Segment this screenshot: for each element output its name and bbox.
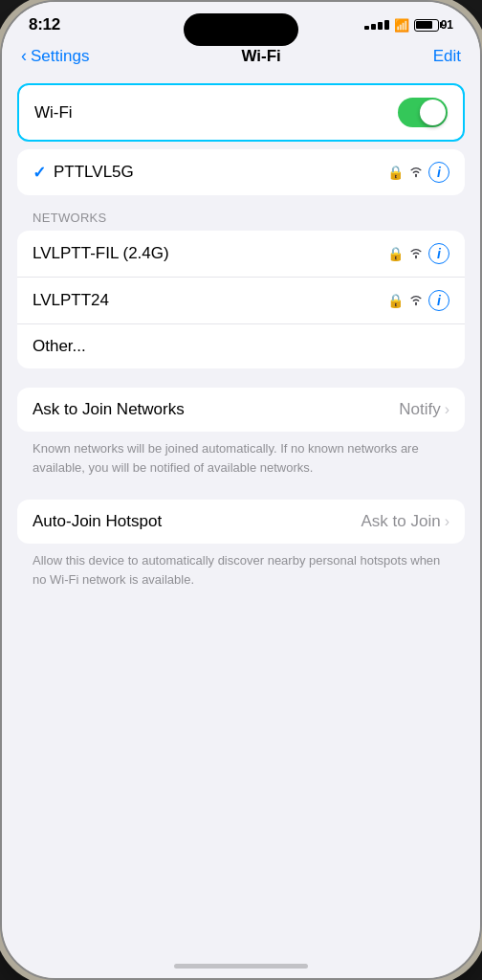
page-title: Wi-Fi: [241, 47, 280, 66]
ask-to-join-value: Notify: [399, 400, 440, 419]
wifi-toggle[interactable]: [398, 98, 448, 127]
chevron-right-icon: ›: [445, 513, 449, 530]
status-time: 8:12: [29, 15, 60, 34]
lock-icon: 🔒: [387, 165, 404, 180]
lock-icon: 🔒: [387, 293, 404, 308]
auto-join-description: Allow this device to automatically disco…: [17, 544, 465, 592]
networks-list: LVLPTT-FIL (2.4G) 🔒 i: [17, 231, 465, 368]
ask-to-join-label: Ask to Join Networks: [33, 400, 185, 419]
back-button[interactable]: ‹ Settings: [21, 46, 89, 66]
other-networks-label: Other...: [33, 337, 86, 356]
connected-left: ✓ PTTLVL5G: [33, 163, 134, 183]
wifi-label: Wi-Fi: [34, 103, 73, 122]
auto-join-row[interactable]: Auto-Join Hotspot Ask to Join ›: [17, 500, 465, 544]
connected-network-name: PTTLVL5G: [54, 163, 134, 182]
dynamic-island: [184, 13, 298, 46]
network-name: LVLPTT24: [33, 291, 109, 310]
network-info-button[interactable]: i: [428, 162, 449, 183]
status-icons: 📶 91: [364, 18, 453, 33]
phone-screen: 8:12 📶 91 ‹ S: [2, 2, 480, 978]
content-area: Wi-Fi ✓ PTTLVL5G 🔒: [2, 76, 480, 600]
auto-join-section: Auto-Join Hotspot Ask to Join ›: [17, 500, 465, 544]
auto-join-value-container: Ask to Join ›: [362, 512, 449, 531]
connected-icons: 🔒 i: [387, 162, 449, 183]
lock-icon: 🔒: [387, 246, 404, 261]
wifi-signal-icon: [408, 246, 424, 262]
home-indicator: [174, 964, 308, 969]
edit-button[interactable]: Edit: [433, 47, 461, 66]
wifi-signal-icon: [408, 293, 424, 309]
connected-network-section: ✓ PTTLVL5G 🔒 i: [17, 149, 465, 195]
wifi-status-icon: 📶: [394, 18, 409, 33]
battery-percentage: 91: [441, 18, 453, 32]
auto-join-label: Auto-Join Hotspot: [33, 512, 162, 531]
ask-to-join-section: Ask to Join Networks Notify ›: [17, 388, 465, 432]
auto-join-value: Ask to Join: [362, 512, 441, 531]
checkmark-icon: ✓: [33, 163, 46, 183]
networks-section-label: NETWORKS: [17, 195, 465, 231]
other-networks-row[interactable]: Other...: [17, 324, 465, 368]
chevron-right-icon: ›: [445, 401, 449, 418]
battery-fill: [416, 21, 432, 29]
network-icons: 🔒 i: [387, 290, 449, 311]
ask-to-join-description: Known networks will be joined automatica…: [17, 432, 465, 480]
battery-icon: [414, 19, 439, 32]
back-label: Settings: [31, 47, 89, 66]
battery-indicator: 91: [414, 18, 453, 32]
network-info-button[interactable]: i: [428, 243, 449, 264]
network-row[interactable]: LVLPTT-FIL (2.4G) 🔒 i: [17, 231, 465, 278]
signal-bars-icon: [364, 20, 389, 30]
wifi-toggle-row[interactable]: Wi-Fi: [19, 85, 463, 140]
phone-frame: 8:12 📶 91 ‹ S: [0, 0, 482, 980]
ask-to-join-row[interactable]: Ask to Join Networks Notify ›: [17, 388, 465, 432]
network-row[interactable]: LVLPTT24 🔒 i: [17, 278, 465, 324]
wifi-signal-icon: [408, 165, 424, 181]
network-name: LVLPTT-FIL (2.4G): [33, 244, 169, 263]
connected-network-row[interactable]: ✓ PTTLVL5G 🔒 i: [17, 149, 465, 195]
wifi-toggle-section: Wi-Fi: [17, 83, 465, 142]
toggle-knob: [420, 100, 446, 125]
ask-to-join-value-container: Notify ›: [399, 400, 449, 419]
network-info-button[interactable]: i: [428, 290, 449, 311]
network-icons: 🔒 i: [387, 243, 449, 264]
chevron-left-icon: ‹: [21, 46, 27, 66]
